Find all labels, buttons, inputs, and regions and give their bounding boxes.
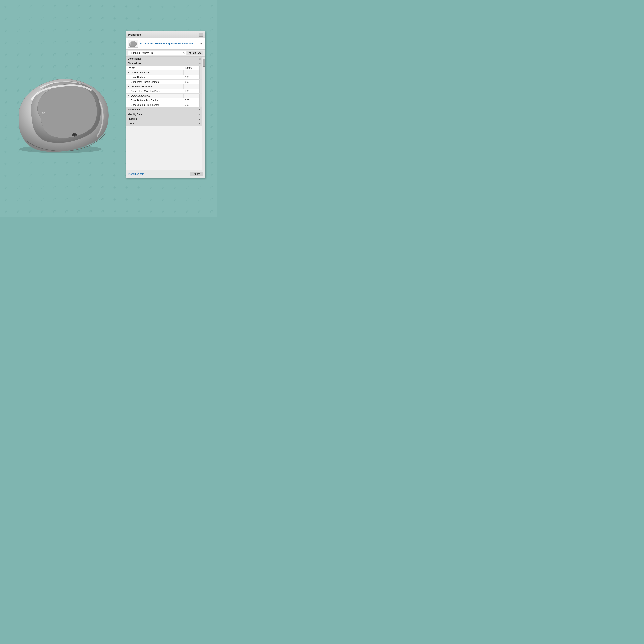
drain-radius-value[interactable]: 2.00 [183,75,199,79]
identity-icons: « [183,112,202,117]
other-label: Other [126,121,183,126]
phasing-collapse-btn[interactable]: « [198,117,201,121]
edit-type-icon: ⊞ [189,52,191,54]
type-selector-row: Plumbing Fixtures (1) ⊞ Edit Type [126,50,205,57]
bathtub-illustration [6,56,115,157]
underground-drain-scrollbar[interactable] [199,103,202,107]
type-dropdown[interactable]: Plumbing Fixtures (1) [128,51,186,55]
connector-drain-diameter-value[interactable]: 3.00 [183,80,199,84]
mechanical-label: Mechanical [126,107,183,112]
panel-titlebar: Properties × [126,31,205,38]
other-collapse-btn[interactable]: « [198,122,201,125]
phasing-icons: « [183,117,202,121]
constraints-section-header: Constraints « [126,57,202,61]
panel-header: RD_Bathtub Freestanding Inclined Oval Wh… [126,38,205,50]
connector-overflow-label: Connector - Overflow Diam... [126,89,183,93]
properties-content: Constraints « Dimensions » Width 160.00 [126,57,205,170]
other-dimensions-label: Other Dimensions [130,94,183,98]
drain-dimensions-label: Drain Dimensions [130,70,183,75]
right-scrollbar[interactable] [202,57,205,170]
drain-bottom-radius-scrollbar[interactable] [199,98,202,103]
constraints-collapse-btn[interactable]: « [198,57,201,60]
dimensions-collapse-btn[interactable]: » [198,62,201,65]
other-expand-arrow: ▶ [126,94,130,98]
other-section-header: Other « [126,121,202,126]
mechanical-icons: « [183,107,202,112]
dimensions-section-header: Dimensions » [126,61,202,66]
width-value[interactable]: 160.00 [183,66,199,70]
svg-point-2 [42,112,45,114]
apply-button[interactable]: Apply [190,172,203,176]
item-thumbnail [128,40,138,48]
drain-radius-row: Drain Radius 2.00 [126,75,202,80]
identity-collapse-btn[interactable]: « [198,113,201,116]
dimensions-icons: » [183,61,202,66]
connector-overflow-row: Connector - Overflow Diam... 1.00 [126,89,202,94]
properties-main: Constraints « Dimensions » Width 160.00 [126,57,202,170]
properties-panel: Properties × RD_Bathtub Freestanding Inc… [126,31,205,178]
underground-drain-row: Underground Drain Length 6.00 [126,103,202,107]
identity-label: Identity Data [126,112,183,117]
overflow-expand-arrow: ▶ [126,84,130,89]
width-label: Width [126,66,183,70]
drain-bottom-radius-label: Drain Bottom Part Radius [126,98,183,103]
connector-drain-diameter-label: Connector - Drain Diameter [126,80,183,84]
overflow-dimensions-row[interactable]: ▶ Overflow Dimensions [126,84,202,89]
connector-overflow-value[interactable]: 1.00 [183,89,199,93]
overflow-dimensions-label: Overflow Dimensions [130,84,183,89]
panel-footer: Properties help Apply [126,170,205,178]
dimensions-label: Dimensions [126,61,183,66]
connector-overflow-scrollbar[interactable] [199,89,202,93]
connector-drain-diameter-scrollbar[interactable] [199,80,202,84]
constraints-label: Constraints [126,57,183,61]
svg-point-4 [73,134,76,136]
other-dimensions-row[interactable]: ▶ Other Dimensions [126,94,202,98]
drain-radius-label: Drain Radius [126,75,183,79]
underground-drain-value[interactable]: 6.00 [183,103,199,107]
other-icons: « [183,121,202,126]
empty-area [126,126,202,170]
scrollbar-thumb[interactable] [203,59,205,67]
item-name: RD_Bathtub Freestanding Inclined Oval Wh… [140,42,197,45]
panel-title: Properties [128,33,141,36]
constraints-icons: « [183,57,202,61]
drain-bottom-radius-row: Drain Bottom Part Radius 6.00 [126,98,202,103]
properties-help-link[interactable]: Properties help [128,173,144,175]
width-scrollbar[interactable] [199,66,202,70]
phasing-section-header: Phasing « [126,117,202,121]
width-row: Width 160.00 [126,66,202,70]
drain-bottom-radius-value[interactable]: 6.00 [183,98,199,103]
edit-type-label: Edit Type [192,52,202,54]
underground-drain-label: Underground Drain Length [126,103,183,107]
phasing-label: Phasing [126,117,183,121]
close-button[interactable]: × [199,33,203,37]
drain-radius-scrollbar[interactable] [199,75,202,79]
drain-dimensions-row[interactable]: ▶ Drain Dimensions [126,70,202,75]
connector-drain-diameter-row: Connector - Drain Diameter 3.00 [126,80,202,84]
mechanical-section-header: Mechanical « [126,107,202,112]
edit-type-button[interactable]: ⊞ Edit Type [187,51,203,55]
identity-section-header: Identity Data « [126,112,202,117]
drain-expand-arrow: ▶ [126,70,130,75]
mechanical-collapse-btn[interactable]: « [198,108,201,111]
item-dropdown-arrow[interactable]: ▼ [199,42,203,46]
